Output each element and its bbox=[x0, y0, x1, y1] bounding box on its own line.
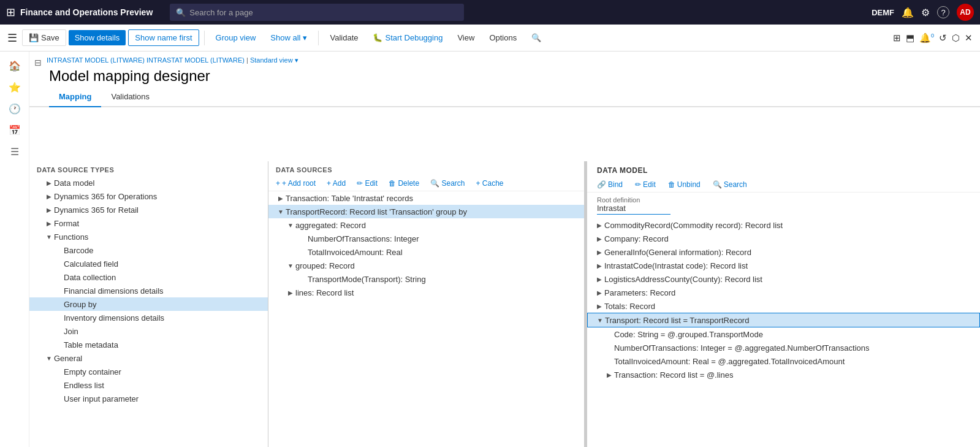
tree-item-user-input[interactable]: User input parameter bbox=[29, 392, 268, 405]
search-datasource-button[interactable]: 🔍 Search bbox=[425, 177, 469, 189]
tab-mapping[interactable]: Mapping bbox=[49, 87, 101, 107]
tree-item-data-model[interactable]: ▶ Data model bbox=[29, 176, 268, 189]
validate-button[interactable]: Validate bbox=[324, 30, 364, 45]
collapse-icon: ▼ bbox=[44, 353, 54, 363]
tree-item-table-meta[interactable]: Table metadata bbox=[29, 338, 268, 351]
tree-item-general[interactable]: ▼ General bbox=[29, 351, 268, 365]
show-name-first-button[interactable]: Show name first bbox=[128, 29, 199, 46]
ds-tree-transport-mode[interactable]: TransportMode(Transport): String bbox=[268, 272, 587, 286]
left-sidebar: 🏠 ⭐ 🕐 📅 ☰ bbox=[0, 52, 29, 161]
demf-label: DEMF bbox=[872, 8, 894, 17]
sidebar-toggle-icon[interactable]: ⬒ bbox=[906, 32, 914, 44]
ds-tree-grouped[interactable]: ▼ grouped: Record bbox=[268, 259, 587, 272]
add-button[interactable]: + Add bbox=[322, 177, 351, 189]
app-title: Finance and Operations Preview bbox=[20, 7, 153, 17]
options-button[interactable]: Options bbox=[483, 30, 523, 45]
group-view-button[interactable]: Group view bbox=[210, 30, 262, 45]
tree-item-dynamics-retail[interactable]: ▶ Dynamics 365 for Retail bbox=[29, 203, 268, 216]
ds-tree-transport-record[interactable]: ▼ TransportRecord: Record list 'Transact… bbox=[268, 205, 587, 218]
sep1 bbox=[204, 31, 205, 45]
tree-item-format[interactable]: ▶ Format bbox=[29, 216, 268, 230]
tree-item-endless-list[interactable]: Endless list bbox=[29, 378, 268, 392]
dm-tree-code[interactable]: Code: String = @.grouped.TransportMode bbox=[587, 327, 980, 341]
cmd-search-button[interactable]: 🔍 bbox=[525, 30, 547, 45]
filter-icon[interactable]: ⊟ bbox=[29, 58, 47, 67]
data-sources-title: DATA SOURCES bbox=[268, 161, 587, 176]
dm-search-icon: 🔍 bbox=[713, 180, 722, 189]
clock-icon[interactable]: 🕐 bbox=[5, 99, 25, 118]
dm-tree-totals[interactable]: ▶ Totals: Record bbox=[587, 299, 980, 313]
no-expand-icon bbox=[54, 394, 64, 403]
star-icon[interactable]: ⭐ bbox=[5, 78, 25, 97]
sep2 bbox=[318, 31, 319, 45]
left-sidebar-main bbox=[0, 161, 29, 447]
badge-0-icon[interactable]: 🔔0 bbox=[919, 32, 934, 44]
grid-icon[interactable]: ⊞ bbox=[6, 6, 15, 19]
home-icon[interactable]: 🏠 bbox=[5, 56, 25, 75]
gear-icon[interactable]: ⚙ bbox=[921, 7, 930, 18]
edit-button[interactable]: ✏ Edit bbox=[352, 177, 382, 189]
view-dropdown-icon[interactable]: ▾ bbox=[295, 56, 298, 64]
tree-item-dynamics-ops[interactable]: ▶ Dynamics 365 for Operations bbox=[29, 189, 268, 203]
dm-tree-transaction[interactable]: ▶ Transaction: Record list = @.lines bbox=[587, 368, 980, 381]
bell-icon[interactable]: 🔔 bbox=[902, 7, 914, 18]
tab-validations[interactable]: Validations bbox=[101, 87, 159, 107]
start-debugging-button[interactable]: 🐛 Start Debugging bbox=[367, 30, 449, 45]
help-icon[interactable]: ? bbox=[937, 6, 949, 18]
search-icon: 🔍 bbox=[176, 8, 186, 17]
dm-search-button[interactable]: 🔍 Search bbox=[708, 178, 752, 191]
tree-item-data-collection[interactable]: Data collection bbox=[29, 270, 268, 284]
add-root-button[interactable]: + + Add root bbox=[271, 177, 321, 189]
tree-item-financial-dim[interactable]: Financial dimensions details bbox=[29, 284, 268, 297]
dm-tree-general-info[interactable]: ▶ GeneralInfo(General information): Reco… bbox=[587, 245, 980, 259]
dm-tree-commodity[interactable]: ▶ CommodityRecord(Commodity record): Rec… bbox=[587, 218, 980, 232]
calendar-icon[interactable]: 📅 bbox=[5, 121, 25, 140]
tree-item-group-by[interactable]: Group by bbox=[29, 297, 268, 311]
open-icon[interactable]: ⬡ bbox=[952, 32, 960, 44]
bind-button[interactable]: 🔗 Bind bbox=[592, 178, 628, 191]
expand-icon: ▶ bbox=[604, 370, 614, 380]
hamburger-icon[interactable]: ☰ bbox=[7, 31, 17, 45]
tree-item-empty-container[interactable]: Empty container bbox=[29, 365, 268, 378]
no-expand-icon bbox=[54, 272, 64, 282]
data-sources-tree: ▶ Transaction: Table 'Intrastat' records… bbox=[268, 191, 587, 447]
dm-tree-logistics-county[interactable]: ▶ LogisticsAddressCounty(County): Record… bbox=[587, 272, 980, 286]
tree-item-functions[interactable]: ▼ Functions bbox=[29, 230, 268, 243]
ds-tree-num-transactions[interactable]: NumberOfTransactions: Integer bbox=[268, 232, 587, 245]
tree-item-inventory-dim[interactable]: Inventory dimensions details bbox=[29, 311, 268, 324]
collapse-icon: ▼ bbox=[286, 261, 295, 270]
expand-icon: ▶ bbox=[44, 191, 54, 201]
avatar[interactable]: AD bbox=[957, 4, 974, 21]
dm-tree-parameters[interactable]: ▶ Parameters: Record bbox=[587, 286, 980, 299]
ds-tree-total-invoiced[interactable]: TotalInvoicedAmount: Real bbox=[268, 245, 587, 259]
grid2-icon[interactable]: ⊞ bbox=[893, 32, 901, 44]
top-search-bar[interactable]: 🔍 Search for a page bbox=[170, 4, 464, 21]
ds-tree-aggregated[interactable]: ▼ aggregated: Record bbox=[268, 218, 587, 232]
save-button[interactable]: 💾 Save bbox=[22, 29, 66, 46]
delete-button[interactable]: 🗑 Delete bbox=[384, 177, 424, 189]
show-details-button[interactable]: Show details bbox=[69, 30, 126, 45]
view-button[interactable]: View bbox=[451, 30, 481, 45]
dm-tree-company[interactable]: ▶ Company: Record bbox=[587, 232, 980, 245]
dm-edit-button[interactable]: ✏ Edit bbox=[630, 178, 661, 191]
unbind-button[interactable]: 🗑 Unbind bbox=[663, 178, 705, 191]
resize-handle[interactable] bbox=[584, 161, 587, 447]
tree-item-barcode[interactable]: Barcode bbox=[29, 243, 268, 257]
cache-button[interactable]: + Cache bbox=[471, 177, 509, 189]
tree-item-calculated-field[interactable]: Calculated field bbox=[29, 257, 268, 270]
close-icon[interactable]: ✕ bbox=[965, 32, 973, 44]
refresh-icon[interactable]: ↺ bbox=[939, 32, 947, 44]
dm-tree-intrastat-code[interactable]: ▶ IntrastatCode(Intrastat code): Record … bbox=[587, 259, 980, 272]
data-model-title: DATA MODEL bbox=[587, 161, 980, 177]
ds-tree-lines[interactable]: ▶ lines: Record list bbox=[268, 286, 587, 299]
show-all-button[interactable]: Show all ▾ bbox=[264, 30, 313, 45]
list-icon[interactable]: ☰ bbox=[7, 142, 23, 161]
no-expand-icon bbox=[54, 259, 64, 269]
no-expand-icon bbox=[54, 299, 64, 309]
collapse-icon: ▼ bbox=[595, 315, 605, 325]
dm-tree-total-inv[interactable]: TotalInvoicedAmount: Real = @.aggregated… bbox=[587, 354, 980, 368]
tree-item-join[interactable]: Join bbox=[29, 324, 268, 338]
ds-tree-transaction[interactable]: ▶ Transaction: Table 'Intrastat' records bbox=[268, 191, 587, 205]
dm-tree-transport[interactable]: ▼ Transport: Record list = TransportReco… bbox=[587, 313, 980, 327]
dm-tree-num-trans[interactable]: NumberOfTransactions: Integer = @.aggreg… bbox=[587, 341, 980, 354]
